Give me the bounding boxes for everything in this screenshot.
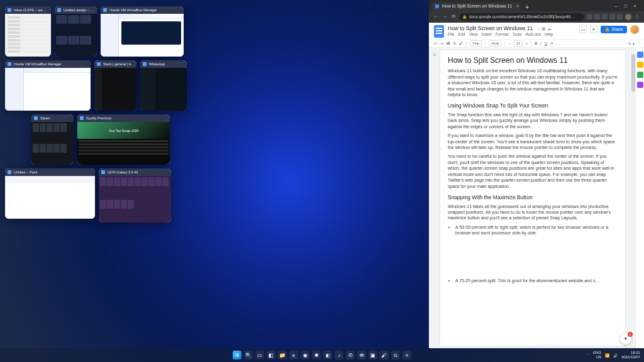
redo-button[interactable]: ↷ bbox=[440, 41, 443, 46]
print-button[interactable]: 🖶 bbox=[447, 41, 450, 45]
text-color-button[interactable]: A bbox=[550, 41, 553, 45]
taskbar-widgets-icon[interactable]: ◧ bbox=[267, 351, 275, 359]
menu-tools[interactable]: Tools bbox=[513, 32, 522, 36]
back-button[interactable]: ← bbox=[433, 14, 439, 20]
editing-mode-button[interactable]: ✎ ▾ bbox=[628, 41, 635, 46]
move-icon[interactable]: ▣ bbox=[541, 26, 546, 31]
taskbar-docs-icon[interactable]: ≡ bbox=[402, 351, 411, 359]
omnibox[interactable]: 🔒 docs.google.com/document/d/1J8lmalGu3h… bbox=[459, 13, 584, 21]
docs-document-title[interactable]: How to Split Screen on Windows 11 bbox=[448, 25, 533, 31]
document-page[interactable]: How to Split Screen on Windows 11 Window… bbox=[440, 50, 625, 346]
bold-button[interactable]: B bbox=[535, 41, 537, 45]
new-tab-button[interactable]: + bbox=[523, 4, 531, 11]
snap-thumb-canva[interactable]: Untitled design – … bbox=[55, 6, 97, 57]
doc-list-item: A 50-50 percent left to right split, whi… bbox=[455, 224, 618, 236]
italic-button[interactable]: I bbox=[540, 41, 541, 45]
menu-view[interactable]: View bbox=[469, 32, 478, 36]
desktop-center-empty-snap-zone[interactable] bbox=[231, 0, 429, 348]
maximize-button[interactable]: □ bbox=[623, 3, 628, 9]
style-select[interactable]: Title bbox=[470, 40, 482, 47]
taskbar-edge-icon[interactable]: e bbox=[289, 351, 298, 359]
taskbar-virtualbox-icon[interactable]: ▣ bbox=[369, 351, 377, 359]
extension-icon[interactable] bbox=[617, 14, 623, 19]
outline-icon: ≡ bbox=[433, 52, 436, 348]
menu-help[interactable]: Help bbox=[545, 32, 553, 36]
snap-thumb-spotify[interactable]: Spotify Premium Your Top Songs 2020 bbox=[77, 114, 170, 165]
tray-chevron-icon[interactable]: ˄ bbox=[587, 353, 589, 358]
snap-thumb-slack[interactable]: Slack | general | A… bbox=[94, 60, 136, 111]
snap-thumb-virtualbox-2[interactable]: Oracle VM VirtualBox Manager bbox=[5, 60, 91, 111]
taskbar-paint-icon[interactable]: 🖌 bbox=[380, 351, 389, 359]
extension-icon[interactable] bbox=[609, 14, 615, 19]
snap-thumb-steam[interactable]: Steam bbox=[31, 114, 74, 165]
outline-toggle[interactable]: ≡ bbox=[429, 48, 440, 348]
taskbar-start-icon[interactable]: ⊞ bbox=[233, 351, 242, 359]
volume-icon[interactable]: 🔊 bbox=[613, 353, 618, 358]
snap-thumb-paint[interactable]: Untitled – Paint bbox=[5, 168, 95, 219]
chrome-profile-icon[interactable] bbox=[625, 14, 631, 20]
docs-canvas: ≡ How to Split Screen on Windows 11 Wind… bbox=[429, 48, 644, 348]
tasks-sidepanel-icon[interactable] bbox=[637, 72, 643, 78]
snap-thumb-gog[interactable]: GOG Galaxy 2.0.43 bbox=[99, 168, 171, 222]
extension-icon[interactable] bbox=[602, 14, 608, 19]
taskbar-steam-icon[interactable]: ◐ bbox=[323, 351, 332, 359]
taskbar-chrome-icon[interactable]: ◉ bbox=[301, 351, 309, 359]
font-select[interactable]: Arial bbox=[489, 40, 501, 47]
font-size-input[interactable]: 11 bbox=[514, 40, 523, 47]
taskbar-taskview-icon[interactable]: ▭ bbox=[255, 351, 264, 359]
minimize-button[interactable]: – bbox=[613, 3, 619, 9]
paint-format-button[interactable]: 🖌 bbox=[459, 41, 463, 45]
toolbar-collapse-icon[interactable]: ˆ bbox=[638, 41, 639, 45]
taskbar-slack-icon[interactable]: ✱ bbox=[312, 351, 321, 359]
snap-thumb-virtualbox-1[interactable]: Oracle VM VirtualBox Manager bbox=[101, 6, 184, 57]
close-window-button[interactable]: × bbox=[632, 3, 638, 9]
menu-insert[interactable]: Insert bbox=[482, 32, 492, 36]
calendar-sidepanel-icon[interactable] bbox=[637, 52, 643, 58]
doc-h2: Snapping With the Maximize Button bbox=[448, 194, 618, 201]
language-indicator[interactable]: ENGUS bbox=[593, 351, 601, 359]
extension-icon[interactable] bbox=[587, 14, 592, 19]
close-tab-icon[interactable]: × bbox=[516, 4, 519, 8]
snap-thumb-title: Slack | general | A… bbox=[103, 62, 135, 66]
docs-menubar: File Edit View Insert Format Tools Add-o… bbox=[448, 32, 575, 36]
more-toolbar-button[interactable]: … bbox=[556, 41, 560, 45]
extension-icon[interactable] bbox=[594, 14, 600, 19]
docs-logo-icon[interactable] bbox=[434, 25, 444, 38]
clock[interactable]: 18:212021/12/07 bbox=[621, 351, 640, 359]
canva-icon bbox=[57, 8, 61, 12]
snap-thumb-whatsapp[interactable]: WhatsApp bbox=[140, 60, 187, 111]
explore-button[interactable]: ✦ 1 bbox=[620, 333, 631, 344]
underline-button[interactable]: U bbox=[545, 41, 547, 45]
meet-present-button[interactable]: ▭ bbox=[579, 26, 587, 33]
taskbar-spotify-icon[interactable]: ♪ bbox=[335, 351, 343, 359]
menu-addons[interactable]: Add-ons bbox=[526, 32, 541, 36]
taskbar-whatsapp-icon[interactable]: ✆ bbox=[346, 351, 355, 359]
reload-button[interactable]: ⟳ bbox=[450, 14, 457, 20]
undo-button[interactable]: ↶ bbox=[434, 41, 437, 46]
comment-history-button[interactable]: ▾ bbox=[590, 26, 597, 33]
menu-edit[interactable]: Edit bbox=[458, 32, 465, 36]
contacts-sidepanel-icon[interactable] bbox=[637, 82, 643, 88]
menu-format[interactable]: Format bbox=[496, 32, 509, 36]
snap-thumb-title: Untitled – Paint bbox=[14, 170, 37, 174]
snap-thumb-inbox[interactable]: Inbox (3,074) – we… bbox=[5, 6, 51, 57]
account-avatar[interactable] bbox=[630, 25, 639, 34]
taskbar-explorer-icon[interactable]: 📁 bbox=[278, 351, 287, 359]
chrome-tab-active[interactable]: How to Split Screen on Windows 11 × bbox=[431, 3, 521, 11]
star-icon[interactable]: ☆ bbox=[537, 26, 541, 31]
chrome-menu-icon[interactable]: ⋮ bbox=[634, 14, 640, 20]
network-icon[interactable]: 📶 bbox=[605, 353, 609, 358]
taskbar-search-icon[interactable]: 🔍 bbox=[244, 351, 253, 359]
snap-thumb-title: Spotify Premium bbox=[86, 116, 111, 120]
scrollbar-thumb[interactable] bbox=[631, 54, 635, 92]
spellcheck-button[interactable]: Ă bbox=[453, 41, 456, 45]
taskbar-mail-icon[interactable]: ✉ bbox=[357, 351, 366, 359]
forward-button[interactable]: → bbox=[441, 14, 448, 20]
font-size-decrease[interactable]: – bbox=[508, 41, 510, 45]
keep-sidepanel-icon[interactable] bbox=[637, 62, 643, 68]
taskbar-gog-icon[interactable]: G bbox=[391, 351, 400, 359]
share-button[interactable]: 🔒Share bbox=[601, 26, 627, 33]
menu-file[interactable]: File bbox=[448, 32, 454, 36]
vertical-scrollbar[interactable] bbox=[631, 48, 635, 348]
font-size-increase[interactable]: + bbox=[526, 41, 528, 45]
